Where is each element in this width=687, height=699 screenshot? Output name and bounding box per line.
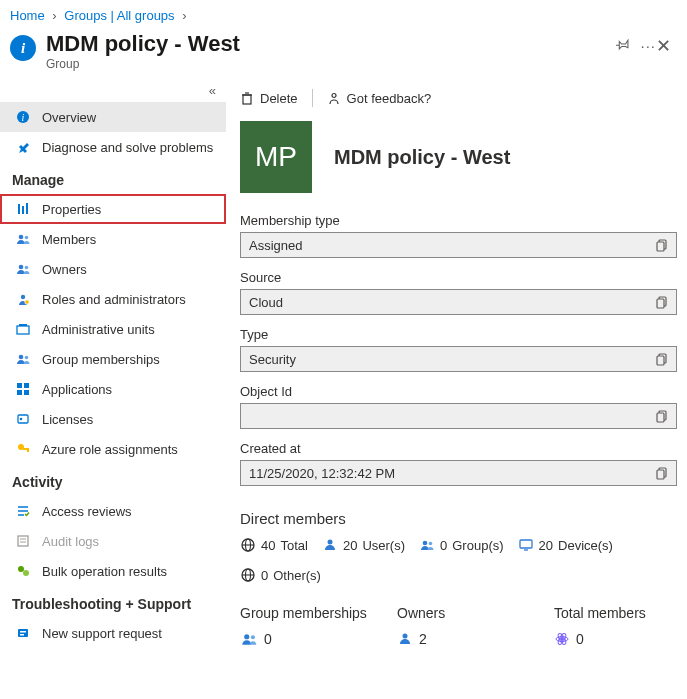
stat-number: 40 (261, 538, 275, 553)
sidebar-item-members[interactable]: Members (0, 224, 226, 254)
field-type: Type Security (240, 327, 687, 372)
stat-label: User(s) (362, 538, 405, 553)
people-icon (14, 232, 32, 246)
svg-text:i: i (22, 112, 25, 123)
summary-row: Group memberships 0 Owners 2 Total membe… (240, 605, 687, 647)
atom-icon (554, 631, 570, 647)
svg-point-24 (20, 418, 23, 421)
toolbar-divider (312, 89, 313, 107)
copy-icon[interactable] (655, 295, 668, 309)
breadcrumb-groups[interactable]: Groups | All groups (64, 8, 174, 23)
stat-label: Total (280, 538, 307, 553)
stat-number: 20 (539, 538, 553, 553)
sidebar-item-overview[interactable]: i Overview (0, 102, 226, 132)
summary-value: 0 (576, 631, 584, 647)
more-icon[interactable]: ··· (640, 37, 656, 54)
sidebar-item-label: Properties (42, 202, 101, 217)
sidebar-item-support[interactable]: New support request (0, 618, 226, 648)
svg-point-34 (18, 566, 24, 572)
svg-point-42 (332, 94, 336, 98)
close-icon[interactable]: ✕ (656, 35, 677, 57)
support-icon (14, 626, 32, 640)
field-value: Assigned (240, 232, 677, 258)
admin-units-icon (14, 322, 32, 336)
stat-number: 20 (343, 538, 357, 553)
svg-rect-22 (24, 390, 29, 395)
chevron-right-icon: › (52, 8, 56, 23)
sidebar-item-label: Bulk operation results (42, 564, 167, 579)
sidebar-item-access-reviews[interactable]: Access reviews (0, 496, 226, 526)
svg-rect-19 (17, 383, 22, 388)
copy-icon[interactable] (655, 352, 668, 366)
field-value: Cloud (240, 289, 677, 315)
sidebar-item-applications[interactable]: Applications (0, 374, 226, 404)
page-header: i MDM policy - West Group ··· ✕ (0, 27, 687, 81)
sidebar-item-azure-roles[interactable]: Azure role assignments (0, 434, 226, 464)
summary-group-memberships[interactable]: Group memberships 0 (240, 605, 367, 647)
sidebar-item-label: Administrative units (42, 322, 155, 337)
wrench-icon (14, 140, 32, 154)
sidebar-item-properties[interactable]: Properties (0, 194, 226, 224)
sidebar-item-owners[interactable]: Owners (0, 254, 226, 284)
logs-icon (14, 534, 32, 548)
globe-icon (240, 567, 256, 583)
sidebar-item-label: Audit logs (42, 534, 99, 549)
device-icon (518, 537, 534, 553)
person-icon (322, 537, 338, 553)
sidebar-item-label: Access reviews (42, 504, 132, 519)
avatar: MP (240, 121, 312, 193)
field-text: 11/25/2020, 12:32:42 PM (249, 466, 395, 481)
sidebar: « i Overview Diagnose and solve problems… (0, 81, 226, 658)
field-value: Security (240, 346, 677, 372)
stat-others[interactable]: 0 Other(s) (240, 567, 321, 583)
stat-total[interactable]: 40 Total (240, 537, 308, 553)
copy-icon[interactable] (655, 466, 668, 480)
sidebar-section-troubleshooting: Troubleshooting + Support (0, 586, 226, 618)
feedback-label: Got feedback? (347, 91, 432, 106)
sidebar-item-admin-units[interactable]: Administrative units (0, 314, 226, 344)
summary-value: 0 (264, 631, 272, 647)
sidebar-item-label: Applications (42, 382, 112, 397)
delete-button[interactable]: Delete (240, 91, 298, 106)
stat-devices[interactable]: 20 Device(s) (518, 537, 613, 553)
sidebar-item-roles[interactable]: Roles and administrators (0, 284, 226, 314)
group-memberships-icon (14, 352, 32, 366)
people-icon (419, 537, 435, 553)
toolbar: Delete Got feedback? (240, 81, 687, 117)
collapse-sidebar-icon[interactable]: « (0, 81, 226, 102)
globe-icon (240, 537, 256, 553)
field-created-at: Created at 11/25/2020, 12:32:42 PM (240, 441, 687, 486)
field-text: Security (249, 352, 296, 367)
field-object-id: Object Id (240, 384, 687, 429)
copy-icon[interactable] (655, 409, 668, 423)
copy-icon[interactable] (655, 238, 668, 252)
summary-total-members[interactable]: Total members 0 (554, 605, 681, 647)
svg-point-15 (21, 295, 25, 299)
main-pane: Delete Got feedback? MP MDM policy - Wes… (226, 81, 687, 658)
sidebar-item-licenses[interactable]: Licenses (0, 404, 226, 434)
chevron-right-icon: › (182, 8, 186, 23)
list-check-icon (14, 504, 32, 518)
summary-owners[interactable]: Owners 2 (397, 605, 524, 647)
summary-label: Owners (397, 605, 524, 621)
sidebar-item-group-memberships[interactable]: Group memberships (0, 344, 226, 374)
properties-icon (14, 202, 32, 216)
svg-point-16 (25, 300, 29, 304)
svg-rect-27 (27, 450, 29, 452)
stat-users[interactable]: 20 User(s) (322, 537, 405, 553)
sidebar-item-diagnose[interactable]: Diagnose and solve problems (0, 132, 226, 162)
feedback-button[interactable]: Got feedback? (327, 91, 432, 106)
sidebar-item-label: Azure role assignments (42, 442, 178, 457)
field-label: Type (240, 327, 677, 342)
sidebar-item-bulk-ops[interactable]: Bulk operation results (0, 556, 226, 586)
svg-rect-36 (18, 629, 28, 637)
apps-icon (14, 382, 32, 396)
pin-icon[interactable] (616, 37, 630, 51)
field-membership-type: Membership type Assigned (240, 213, 687, 258)
stat-groups[interactable]: 0 Group(s) (419, 537, 504, 553)
svg-rect-12 (18, 204, 20, 214)
svg-point-35 (23, 570, 29, 576)
breadcrumb-home[interactable]: Home (10, 8, 45, 23)
field-label: Created at (240, 441, 677, 456)
svg-rect-26 (23, 448, 29, 450)
